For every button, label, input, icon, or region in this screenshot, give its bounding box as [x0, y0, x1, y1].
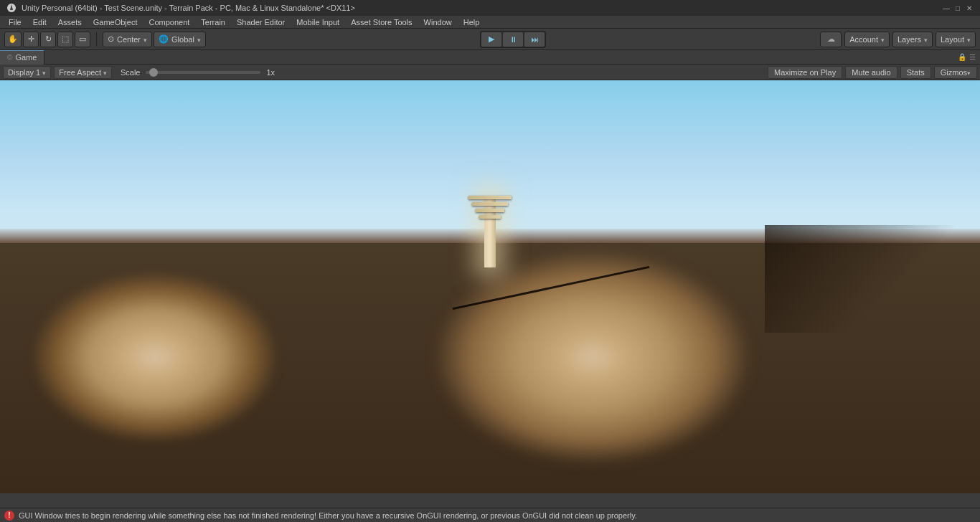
layout-chevron-icon	[967, 35, 971, 44]
center-dropdown[interactable]: ⊙ Center	[103, 32, 152, 47]
close-button[interactable]: ✕	[964, 3, 974, 13]
separator-1	[96, 32, 97, 47]
move-icon: ✛	[28, 34, 34, 44]
menu-item-window[interactable]: Window	[418, 16, 458, 28]
gizmos-button[interactable]: Gizmos	[934, 66, 977, 79]
terrain-patch-right	[392, 221, 793, 493]
game-toolbar: Display 1 Free Aspect Scale 1x Maximize …	[0, 65, 980, 80]
menu-item-asset-store-tools[interactable]: Asset Store Tools	[345, 16, 418, 28]
rotate-tool-button[interactable]: ↻	[40, 32, 56, 47]
play-button[interactable]: ▶	[481, 32, 501, 47]
aspect-dropdown[interactable]: Free Aspect	[54, 66, 112, 79]
toolbar: ✋ ✛ ↻ ⬚ ▭ ⊙ Center 🌐 Global ▶ ⏸ ⏭	[0, 29, 980, 50]
global-icon: 🌐	[159, 34, 169, 44]
maximize-on-play-button[interactable]: Maximize on Play	[768, 66, 842, 79]
display-chevron-icon	[42, 68, 46, 77]
display-label: Display 1	[8, 68, 40, 77]
account-chevron-icon	[881, 35, 885, 44]
game-viewport	[0, 80, 980, 493]
play-controls: ▶ ⏸ ⏭	[480, 31, 546, 48]
aspect-label: Free Aspect	[59, 68, 101, 77]
step-2	[472, 202, 508, 206]
menu-item-mobile-input[interactable]: Mobile Input	[291, 16, 345, 28]
cloud-button[interactable]: ☁	[820, 32, 842, 47]
maximize-on-play-label: Maximize on Play	[774, 68, 836, 77]
aspect-chevron-icon	[103, 68, 107, 77]
hand-icon: ✋	[8, 34, 18, 44]
account-label: Account	[849, 35, 878, 44]
layers-chevron-icon	[924, 35, 928, 44]
step-1	[468, 196, 512, 199]
scale-icon: ⬚	[62, 34, 69, 44]
menu-item-file[interactable]: File	[3, 16, 27, 28]
step-4	[479, 215, 501, 219]
layout-dropdown[interactable]: Layout	[936, 32, 976, 47]
title-bar: Unity Personal (64bit) - Test Scene.unit…	[0, 0, 980, 16]
step-button[interactable]: ⏭	[524, 32, 545, 47]
display-dropdown[interactable]: Display 1	[3, 66, 51, 79]
global-dropdown[interactable]: 🌐 Global	[154, 32, 206, 47]
cloud-icon: ☁	[827, 34, 835, 44]
menu-item-assets[interactable]: Assets	[52, 16, 88, 28]
rect-tool-button[interactable]: ▭	[75, 32, 90, 47]
shadow-region-right	[765, 225, 980, 333]
hand-tool-button[interactable]: ✋	[4, 32, 22, 47]
gizmos-chevron-icon	[967, 68, 971, 77]
pause-button[interactable]: ⏸	[503, 32, 523, 47]
scale-value: 1x	[266, 68, 275, 77]
window-title: Unity Personal (64bit) - Test Scene.unit…	[22, 4, 941, 12]
stats-label: Stats	[907, 68, 925, 77]
step-3	[476, 209, 504, 212]
unity-logo	[6, 2, 17, 14]
global-chevron-icon	[197, 35, 201, 44]
gizmos-label: Gizmos	[941, 68, 967, 77]
move-tool-button[interactable]: ✛	[23, 32, 39, 47]
terrain-patch-left	[19, 231, 321, 460]
transform-tools: ✋ ✛ ↻ ⬚ ▭	[4, 32, 90, 47]
menu-item-gameobject[interactable]: GameObject	[88, 16, 143, 28]
game-tab-label: Game	[15, 53, 37, 62]
account-dropdown[interactable]: Account	[844, 32, 890, 47]
window-controls: — □ ✕	[941, 3, 974, 13]
error-icon: !	[4, 511, 14, 521]
layout-label: Layout	[941, 35, 964, 44]
stats-button[interactable]: Stats	[900, 66, 931, 79]
maximize-button[interactable]: □	[953, 3, 963, 13]
pivot-controls: ⊙ Center 🌐 Global	[103, 32, 206, 47]
minimize-button[interactable]: —	[941, 3, 951, 13]
center-chevron-icon	[143, 35, 147, 44]
game-tab[interactable]: © Game	[0, 50, 44, 65]
menu-item-edit[interactable]: Edit	[27, 16, 52, 28]
status-bar: ! GUI Window tries to begin rendering wh…	[0, 508, 980, 522]
pivot-icon: ⊙	[108, 34, 114, 44]
menu-item-shader-editor[interactable]: Shader Editor	[231, 16, 291, 28]
mute-audio-button[interactable]: Mute audio	[845, 66, 897, 79]
layers-label: Layers	[897, 35, 921, 44]
error-icon-symbol: !	[8, 511, 10, 519]
center-label: Center	[117, 35, 141, 44]
rect-icon: ▭	[79, 34, 86, 44]
panel-tab-bar: © Game 🔒 ☰	[0, 50, 980, 65]
panel-tab-controls: 🔒 ☰	[957, 52, 980, 62]
status-message: GUI Window tries to begin rendering whil…	[19, 511, 637, 520]
global-label: Global	[171, 35, 194, 44]
panel-lock-button[interactable]: 🔒	[957, 52, 967, 62]
structure-steps	[468, 196, 512, 219]
scale-slider[interactable]	[146, 71, 260, 74]
menu-item-component[interactable]: Component	[143, 16, 195, 28]
rotate-icon: ↻	[45, 34, 52, 44]
panel-menu-button[interactable]: ☰	[967, 52, 977, 62]
layers-dropdown[interactable]: Layers	[892, 32, 933, 47]
menu-bar: File Edit Assets GameObject Component Te…	[0, 16, 980, 29]
scale-slider-thumb	[149, 68, 158, 77]
game-tab-icon: ©	[7, 54, 12, 62]
scale-tool-button[interactable]: ⬚	[57, 32, 73, 47]
menu-item-help[interactable]: Help	[458, 16, 486, 28]
mute-audio-label: Mute audio	[852, 68, 890, 77]
scale-label: Scale	[121, 68, 141, 77]
menu-item-terrain[interactable]: Terrain	[195, 16, 231, 28]
